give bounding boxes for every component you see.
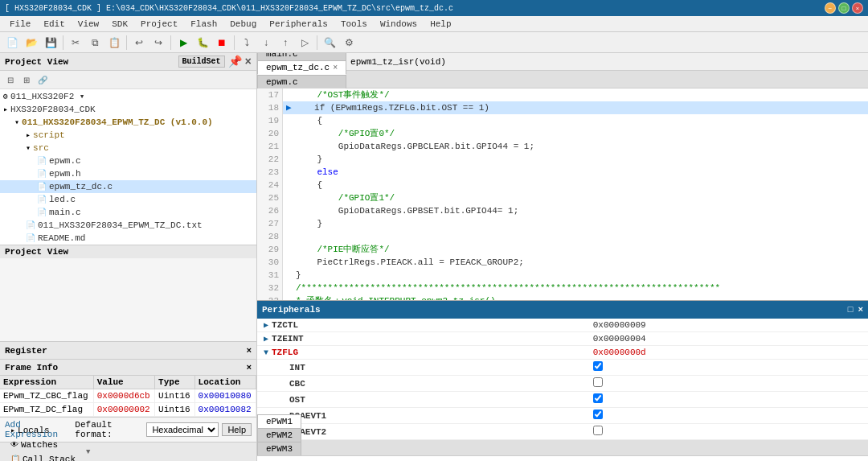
register-close[interactable]: × xyxy=(246,346,252,356)
left-top-panel: Project View BuildSet 📌 × ⊟ ⊞ 🔗 ⚙011_HXS… xyxy=(0,53,256,341)
stop-button[interactable]: ⏹ xyxy=(213,34,231,51)
close-button[interactable]: × xyxy=(852,2,863,14)
build-set-selector[interactable]: BuildSet xyxy=(178,56,225,68)
tree-item-10[interactable]: 📄011_HXS320F28034_EPWM_TZ_DC.txt xyxy=(0,219,256,232)
project-footer[interactable]: Project View xyxy=(0,245,256,258)
peripheral-expand-1[interactable]: ▶ xyxy=(264,335,268,344)
menu-item-view[interactable]: View xyxy=(72,18,105,31)
peripherals-minimize[interactable]: □ xyxy=(848,305,854,315)
tree-item-3[interactable]: ▸script xyxy=(0,129,256,142)
project-link-button[interactable]: 🔗 xyxy=(35,72,50,87)
menu-item-project[interactable]: Project xyxy=(134,18,184,31)
peripheral-row-1: ▶TZEINT0x00000004 xyxy=(257,332,868,346)
peripheral-tab-epwm3[interactable]: ePWM3 xyxy=(257,442,301,455)
code-line-32[interactable]: /***************************************… xyxy=(283,282,868,294)
menu-item-edit[interactable]: Edit xyxy=(37,18,71,31)
step-out-button[interactable]: ↑ xyxy=(276,34,294,51)
code-line-25[interactable]: /*GPIO置1*/ xyxy=(283,191,868,204)
help-button[interactable]: Help xyxy=(222,423,252,436)
tree-item-11[interactable]: 📄README.md xyxy=(0,232,256,245)
project-view-pin[interactable]: 📌 xyxy=(228,55,242,68)
copy-button[interactable]: ⧉ xyxy=(86,34,104,51)
code-line-22[interactable]: } xyxy=(283,153,868,166)
peripheral-checkbox-6[interactable] xyxy=(593,410,603,419)
bottom-tab-locals[interactable]: ▸Locals xyxy=(3,423,83,438)
code-line-18[interactable]: ▶ if (EPwm1Regs.TZFLG.bit.OST == 1) xyxy=(283,101,868,114)
peripherals-tbody: ▶TZCTL0x00000009▶TZEINT0x00000004▼TZFLG0… xyxy=(257,319,868,440)
peripheral-checkbox-4[interactable] xyxy=(593,377,603,387)
code-line-28[interactable] xyxy=(283,230,868,243)
peripheral-tab-epwm2[interactable]: ePWM2 xyxy=(257,428,301,442)
frame-cell-1-2: Uint16 xyxy=(155,403,195,417)
step-over-button[interactable]: ⤵ xyxy=(238,34,256,51)
code-line-20[interactable]: /*GPIO置0*/ xyxy=(283,127,868,140)
open-button[interactable]: 📂 xyxy=(23,34,40,51)
tree-item-5[interactable]: 📄epwm.c xyxy=(0,154,256,167)
peripheral-tab-epwm1[interactable]: ePWM1 xyxy=(257,414,301,428)
peripherals-close[interactable]: × xyxy=(858,305,863,315)
tree-label-6: epwm.h xyxy=(49,169,81,179)
project-expand-button[interactable]: ⊞ xyxy=(19,72,34,87)
debug-button[interactable]: 🐛 xyxy=(194,34,211,51)
tree-item-6[interactable]: 📄epwm.h xyxy=(0,167,256,180)
format-select[interactable]: Hexadecimal Decimal Binary xyxy=(146,422,219,437)
search-button[interactable]: 🔍 xyxy=(321,34,338,51)
menu-item-file[interactable]: File xyxy=(3,18,37,31)
cut-button[interactable]: ✂ xyxy=(67,34,84,51)
code-line-27[interactable]: } xyxy=(283,217,868,230)
tree-item-0[interactable]: ⚙011_HXS320F2 ▾ xyxy=(0,89,256,103)
peripheral-checkbox-7[interactable] xyxy=(593,426,603,435)
code-line-21[interactable]: GpioDataRegs.GPBCLEAR.bit.GPIO44 = 1; xyxy=(283,140,868,153)
code-line-33[interactable]: * 函数名：void INTERRUPT epwm2_tz_isr() xyxy=(283,294,868,300)
code-line-17[interactable]: /*OST事件触发*/ xyxy=(283,88,868,101)
frame-close[interactable]: × xyxy=(246,363,252,373)
menu-item-windows[interactable]: Windows xyxy=(374,18,424,31)
paste-button[interactable]: 📋 xyxy=(105,34,123,51)
tree-item-1[interactable]: ▸HXS320F28034_CDK xyxy=(0,103,256,116)
code-line-19[interactable]: { xyxy=(283,114,868,127)
tree-item-4[interactable]: ▾src xyxy=(0,142,256,154)
bottom-tab-watches[interactable]: 👁Watches xyxy=(3,438,83,452)
menu-item-tools[interactable]: Tools xyxy=(334,18,374,31)
bottom-tab-call-stack[interactable]: 📋Call Stack xyxy=(3,452,83,462)
tree-item-7[interactable]: 📄epwm_tz_dc.c xyxy=(0,180,256,193)
maximize-button[interactable]: □ xyxy=(838,2,850,14)
code-line-31[interactable]: } xyxy=(283,269,868,282)
peripheral-expand-0[interactable]: ▶ xyxy=(264,321,268,330)
code-content[interactable]: /*OST事件触发*/▶ if (EPwm1Regs.TZFLG.bit.OST… xyxy=(283,88,868,300)
new-button[interactable]: 📄 xyxy=(3,34,21,51)
menu-item-help[interactable]: Help xyxy=(424,18,457,31)
code-editor[interactable]: 17181920212223242526272829303132333435 /… xyxy=(257,88,868,300)
code-line-24[interactable]: { xyxy=(283,179,868,191)
minimize-button[interactable]: − xyxy=(825,2,836,14)
tree-item-9[interactable]: 📄main.c xyxy=(0,206,256,219)
peripheral-expand-2[interactable]: ▼ xyxy=(264,348,268,357)
frame-row-1: EPwm_TZ_DC_flag0x00000002Uint160x0001008… xyxy=(0,403,256,417)
step-into-button[interactable]: ↓ xyxy=(257,34,275,51)
code-line-29[interactable]: /*PIE中断应答*/ xyxy=(283,243,868,256)
settings-button[interactable]: ⚙ xyxy=(340,34,358,51)
code-line-26[interactable]: GpioDataRegs.GPBSET.bit.GPIO44= 1; xyxy=(283,204,868,217)
menu-item-flash[interactable]: Flash xyxy=(184,18,223,31)
project-view-close[interactable]: × xyxy=(245,56,252,68)
run-button[interactable]: ▷ xyxy=(296,34,313,51)
editor-tab-epwm-c[interactable]: epwm.c xyxy=(257,75,346,88)
line-num-20: 20 xyxy=(260,127,279,140)
peripheral-checkbox-3[interactable] xyxy=(593,361,603,371)
redo-button[interactable]: ↪ xyxy=(149,34,167,51)
editor-tab-main-c[interactable]: main.c xyxy=(257,53,346,60)
menu-item-peripherals[interactable]: Peripherals xyxy=(263,18,334,31)
editor-tab-epwm_tz_dc-c[interactable]: epwm_tz_dc.c× xyxy=(257,60,346,75)
build-button[interactable]: ▶ xyxy=(174,34,192,51)
save-button[interactable]: 💾 xyxy=(42,34,59,51)
peripheral-checkbox-5[interactable] xyxy=(593,393,603,403)
project-collapse-button[interactable]: ⊟ xyxy=(3,72,18,87)
menu-item-sdk[interactable]: SDK xyxy=(105,18,134,31)
editor-tab-close-1[interactable]: × xyxy=(333,64,338,72)
tree-item-8[interactable]: 📄led.c xyxy=(0,193,256,206)
menu-item-debug[interactable]: Debug xyxy=(223,18,263,31)
undo-button[interactable]: ↩ xyxy=(130,34,148,51)
tree-item-2[interactable]: ▾011_HXS320F28034_EPWM_TZ_DC (v1.0.0) xyxy=(0,116,256,129)
code-line-30[interactable]: PieCtrlRegs.PIEACK.all = PIEACK_GROUP2; xyxy=(283,256,868,269)
code-line-23[interactable]: else xyxy=(283,166,868,179)
